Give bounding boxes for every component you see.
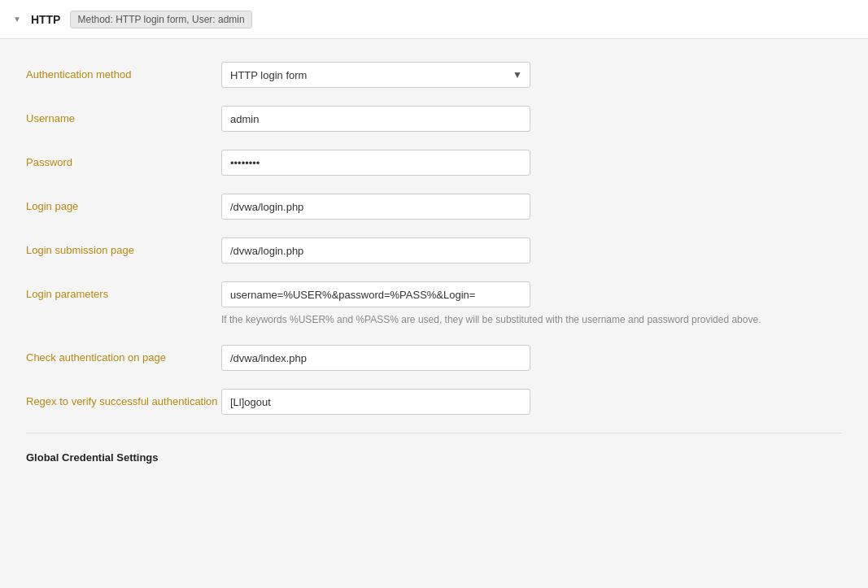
header-badge: Method: HTTP login form, User: admin: [70, 11, 251, 28]
login-submission-label: Login submission page: [26, 237, 221, 258]
auth-method-select[interactable]: HTTP login form HTTP basic HTTP NTLM Non…: [221, 62, 530, 88]
auth-method-label: Authentication method: [26, 62, 221, 82]
login-page-input[interactable]: [221, 194, 530, 220]
form-row-auth-method: Authentication method HTTP login form HT…: [26, 62, 842, 88]
check-auth-label: Check authentication on page: [26, 345, 221, 365]
main-content: Authentication method HTTP login form HT…: [0, 39, 868, 588]
password-label: Password: [26, 150, 221, 170]
login-params-input[interactable]: [221, 281, 530, 307]
login-params-hint: If the keywords %USER% and %PASS% are us…: [221, 312, 761, 327]
regex-label: Regex to verify successful authenticatio…: [26, 389, 221, 409]
form-row-username: Username: [26, 106, 842, 132]
auth-method-select-wrapper: HTTP login form HTTP basic HTTP NTLM Non…: [221, 62, 530, 88]
username-label: Username: [26, 106, 221, 126]
form-row-regex: Regex to verify successful authenticatio…: [26, 389, 842, 415]
check-auth-input[interactable]: [221, 345, 530, 371]
form-row-check-auth: Check authentication on page: [26, 345, 842, 371]
section-title-http: HTTP: [31, 13, 61, 26]
username-input[interactable]: [221, 106, 530, 132]
login-params-wrapper: If the keywords %USER% and %PASS% are us…: [221, 281, 761, 327]
regex-input[interactable]: [221, 389, 530, 415]
login-params-label: Login parameters: [26, 281, 221, 302]
login-page-label: Login page: [26, 194, 221, 214]
form-row-login-submission: Login submission page: [26, 237, 842, 264]
login-submission-input[interactable]: [221, 237, 530, 264]
form-row-login-params: Login parameters If the keywords %USER% …: [26, 281, 842, 327]
password-input[interactable]: [221, 150, 530, 176]
section-divider: [26, 433, 842, 433]
collapse-arrow[interactable]: ▼: [13, 15, 21, 24]
form-row-password: Password: [26, 150, 842, 176]
header-bar: ▼ HTTP Method: HTTP login form, User: ad…: [0, 0, 868, 39]
form-row-login-page: Login page: [26, 194, 842, 220]
page-container: ▼ HTTP Method: HTTP login form, User: ad…: [0, 0, 868, 588]
global-settings-title: Global Credential Settings: [26, 451, 842, 464]
